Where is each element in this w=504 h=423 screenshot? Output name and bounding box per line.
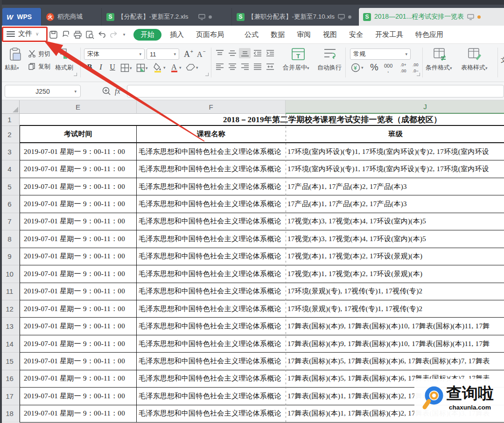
font-dialog-launcher[interactable] (205, 73, 209, 76)
cell-exam-time[interactable]: 2019-07-01 星期一 9：00-11：00 (20, 405, 137, 423)
menu-tab-page-layout[interactable]: 页面布局 (190, 30, 230, 39)
cell-course[interactable]: 毛泽东思想和中国特色社会主义理论体系概论 (137, 143, 286, 160)
wrap-text-button[interactable]: 自动换行 (317, 63, 342, 72)
cut-button[interactable]: 剪切 (38, 50, 50, 58)
align-right-icon[interactable] (239, 62, 251, 72)
cell-classes[interactable]: 17环境(室内环设)(专)1, 17环境(室内环设)(专)2, 17环境(室内环… (286, 160, 504, 178)
row-header-17[interactable]: 17 (0, 388, 20, 405)
format-painter-button[interactable]: 格式刷 (55, 63, 73, 72)
cell-exam-time[interactable]: 2019-07-01 星期一 9：00-11：00 (20, 213, 137, 230)
cell-classes[interactable]: 17环境(室内环设)(专)1, 17环境(室内环设)(专)2, 17环境(室内环… (286, 143, 504, 160)
row-header-14[interactable]: 14 (0, 335, 20, 353)
output-button[interactable] (61, 28, 70, 41)
cell-course[interactable]: 毛泽东思想和中国特色社会主义理论体系概论 (137, 353, 286, 370)
tab-wps-home[interactable]: W WPS (2, 8, 42, 26)
cell-exam-time[interactable]: 2019-07-01 星期一 9：00-11：00 (20, 265, 137, 283)
increase-indent-icon[interactable] (264, 48, 276, 58)
row-header-1[interactable]: 1 (0, 114, 20, 126)
number-dialog-launcher[interactable] (417, 73, 420, 76)
formula-input[interactable] (127, 85, 504, 97)
increase-font-icon[interactable]: A+ (183, 49, 195, 59)
align-bottom-icon[interactable] (239, 48, 251, 58)
comma-style-icon[interactable]: 000, (384, 62, 398, 73)
row-header-13[interactable]: 13 (0, 318, 20, 335)
distribute-icon[interactable] (264, 62, 276, 72)
font-name-select[interactable]: 宋体▾ (84, 49, 145, 60)
row-header-9[interactable]: 9 (0, 248, 20, 265)
cell-classes[interactable]: 17视觉(本)1, 17视觉(本)2, 17环设(景观)(本) (286, 248, 504, 265)
row-header-3[interactable]: 3 (0, 143, 20, 160)
column-header-F[interactable]: F (137, 100, 286, 114)
undo-button[interactable] (97, 28, 106, 41)
fill-color-icon[interactable]: ▾ (153, 62, 166, 73)
zoom-formula-icon[interactable] (102, 86, 112, 97)
number-format-select[interactable]: 常规▾ (350, 49, 411, 60)
cell-course[interactable]: 毛泽东思想和中国特色社会主义理论体系概论 (137, 213, 286, 230)
copy-button[interactable]: 复制 (38, 62, 50, 71)
cell-course[interactable]: 毛泽东思想和中国特色社会主义理论体系概论 (137, 195, 286, 213)
row-header-2[interactable]: 2 (0, 126, 20, 143)
cell-exam-time[interactable]: 2019-07-01 星期一 9：00-11：00 (20, 160, 137, 178)
borders-icon[interactable]: ▾ (120, 63, 132, 73)
cell-exam-time[interactable]: 2019-07-01 星期一 9：00-11：00 (20, 248, 137, 265)
percent-icon[interactable]: % (370, 62, 381, 73)
font-size-select[interactable]: 11▾ (147, 49, 179, 60)
cell-classes[interactable]: 17视觉(本)1, 17视觉(本)2, 17环设(景观)(本) (286, 265, 504, 283)
align-center-icon[interactable] (226, 62, 238, 72)
quick-access-more-icon[interactable]: ▾ (121, 28, 127, 41)
table-style-button[interactable]: 表格样式▾ (461, 63, 488, 72)
justify-icon[interactable] (252, 62, 263, 72)
row-header-12[interactable]: 12 (0, 300, 20, 318)
menu-tab-review[interactable]: 审阅 (291, 30, 317, 39)
cell-classes[interactable]: 17视觉(本)3, 17视觉(本)4, 17环设(室内)(本)5 (286, 213, 504, 230)
menu-tab-special-features[interactable]: 特色应用 (409, 30, 449, 39)
cell-exam-time[interactable]: 2019-07-01 星期一 9：00-11：00 (20, 300, 137, 318)
currency-icon[interactable]: ¥▾ (351, 62, 364, 73)
italic-button[interactable]: I (98, 63, 104, 71)
tab-workbook-1[interactable]: S 【分配表】-更新至7.2.xls (102, 8, 232, 26)
cell-exam-time[interactable]: 2019-07-01 星期一 9：00-11：00 (20, 143, 137, 160)
menu-tab-dev-tools[interactable]: 开发工具 (369, 30, 409, 39)
cell-exam-time[interactable]: 2019-07-01 星期一 9：00-11：00 (20, 335, 137, 353)
cell-header-course[interactable]: 课程名称 (137, 126, 286, 143)
menu-tab-data[interactable]: 数据 (265, 30, 291, 39)
font-color-icon[interactable]: A▾ (170, 62, 182, 73)
menu-tab-formulas[interactable]: 公式 (238, 30, 265, 39)
merge-center-button[interactable]: 合并居中▾ (283, 63, 309, 72)
cell-course[interactable]: 毛泽东思想和中国特色社会主义理论体系概论 (137, 335, 286, 353)
row-header-5[interactable]: 5 (0, 178, 20, 195)
paste-icon[interactable] (8, 48, 22, 62)
menu-tab-security[interactable]: 安全 (343, 30, 369, 39)
conditional-format-button[interactable]: 条件格式▾ (426, 63, 452, 72)
save-button[interactable] (49, 28, 58, 41)
align-top-icon[interactable] (214, 48, 225, 58)
row-header-6[interactable]: 6 (0, 195, 20, 213)
row-header-8[interactable]: 8 (0, 230, 20, 248)
column-header-E[interactable]: E (20, 100, 137, 114)
cell-course[interactable]: 毛泽东思想和中国特色社会主义理论体系概论 (137, 283, 286, 300)
cell-exam-time[interactable]: 2019-07-01 星期一 9：00-11：00 (20, 388, 137, 405)
align-left-icon[interactable] (214, 62, 225, 72)
cell-classes[interactable]: 17产品(本)1, 17产品(本)2, 17产品(本)3 (286, 195, 504, 213)
paste-button[interactable]: 粘贴▾ (5, 63, 19, 72)
select-all-corner[interactable] (0, 100, 20, 114)
name-box[interactable]: J250▾ (5, 85, 81, 97)
redo-button[interactable] (109, 28, 119, 41)
cell-header-classes[interactable]: 班级 (286, 126, 504, 143)
cell-classes[interactable]: 17环境(景观)(专), 17视传(专)1, 17视传(专)2 (286, 300, 504, 318)
tab-docer-store[interactable]: 火 稻壳商城 (42, 8, 102, 26)
row-header-16[interactable]: 16 (0, 370, 20, 388)
cell-exam-time[interactable]: 2019-07-01 星期一 9：00-11：00 (20, 353, 137, 370)
cell-course[interactable]: 毛泽东思想和中国特色社会主义理论体系概论 (137, 388, 286, 405)
cell-classes[interactable]: 17环境(景观)(专), 17视传(专)1, 17视传(专)2 (286, 283, 504, 300)
cell-exam-time[interactable]: 2019-07-01 星期一 9：00-11：00 (20, 283, 137, 300)
row-header-18[interactable]: 18 (0, 405, 20, 423)
cell-exam-time[interactable]: 2019-07-01 星期一 9：00-11：00 (20, 370, 137, 388)
row-header-10[interactable]: 10 (0, 265, 20, 283)
cell-exam-time[interactable]: 2019-07-01 星期一 9：00-11：00 (20, 178, 137, 195)
print-button[interactable] (73, 28, 82, 41)
align-middle-icon[interactable] (226, 48, 238, 58)
cell-classes[interactable]: 17舞表(国标)(本)5, 17舞表(国标)(本)6, 17舞表(国标)(本)7… (286, 353, 504, 370)
cell-course[interactable]: 毛泽东思想和中国特色社会主义理论体系概论 (137, 405, 286, 423)
increase-decimal-icon[interactable]: .0+.00 (399, 62, 412, 74)
